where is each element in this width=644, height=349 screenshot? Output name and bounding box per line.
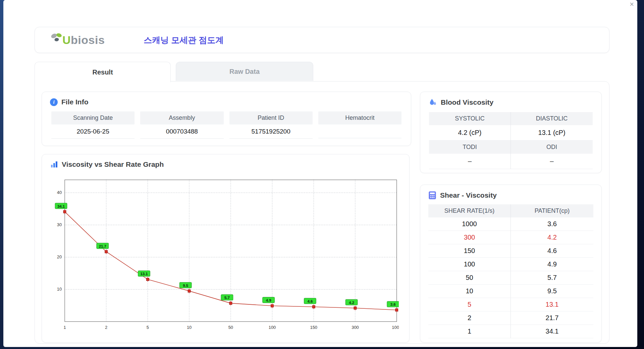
field-value: 000703488 bbox=[140, 124, 223, 139]
graph-card: Viscosity vs Shear Rate Graph 1020304012… bbox=[42, 154, 410, 343]
bv-value-systolic: 4.2 (cP) bbox=[429, 125, 511, 141]
cell-patient: 5.7 bbox=[511, 271, 593, 285]
header: Ubiosis 스캐닝 모세관 점도계 bbox=[35, 27, 609, 53]
page-title: 스캐닝 모세관 점도계 bbox=[144, 35, 224, 46]
bar-chart-icon bbox=[50, 160, 58, 168]
table-row: 2 21.7 bbox=[428, 311, 593, 325]
svg-text:1: 1 bbox=[63, 325, 66, 330]
viscosity-shear-chart: 102030401251050100150300100034.121.713.1… bbox=[49, 175, 399, 336]
cell-shear-rate: 5 bbox=[428, 298, 511, 311]
result-tab-panel: i File Info Scanning Date 2025-06-25 Ass… bbox=[35, 81, 609, 344]
svg-text:34.1: 34.1 bbox=[57, 204, 65, 208]
svg-text:5: 5 bbox=[147, 325, 149, 330]
svg-text:20: 20 bbox=[57, 254, 62, 259]
field-scanning-date: Scanning Date 2025-06-25 bbox=[51, 111, 135, 139]
field-patient-id: Patient ID 51751925200 bbox=[229, 111, 313, 139]
cell-shear-rate: 2 bbox=[428, 311, 511, 325]
graph-title: Viscosity vs Shear Rate Graph bbox=[50, 160, 409, 168]
cell-shear-rate: 100 bbox=[428, 258, 511, 271]
table-row: 5 13.1 bbox=[428, 298, 593, 311]
bv-header-todi: TODI bbox=[429, 141, 511, 154]
svg-text:30: 30 bbox=[57, 222, 62, 227]
file-info-fields: Scanning Date 2025-06-25 Assembly 000703… bbox=[51, 111, 401, 139]
table-row: 10 9.5 bbox=[428, 285, 593, 298]
field-value bbox=[318, 124, 401, 138]
logo-leaf-icon bbox=[50, 32, 64, 44]
column-header-patient: PATIENT(cp) bbox=[511, 204, 593, 217]
shear-viscosity-title: Shear - Viscosity bbox=[428, 191, 601, 200]
svg-text:4.2: 4.2 bbox=[349, 301, 354, 305]
svg-text:4.9: 4.9 bbox=[266, 298, 271, 302]
cell-patient: 13.1 bbox=[511, 298, 593, 311]
info-icon: i bbox=[50, 98, 58, 106]
app-window: × Ubiosis 스캐닝 모세관 점도계 Result Raw Data i … bbox=[3, 0, 637, 347]
cell-patient: 9.5 bbox=[511, 285, 593, 298]
svg-text:300: 300 bbox=[352, 325, 359, 330]
shear-viscosity-title-text: Shear - Viscosity bbox=[440, 191, 497, 199]
logo-text: Ubiosis bbox=[62, 34, 105, 47]
table-row: 50 5.7 bbox=[428, 271, 593, 285]
field-hematocrit: Hematocrit bbox=[318, 111, 401, 139]
cell-shear-rate: 1 bbox=[428, 325, 511, 338]
bv-header-diastolic: DIASTOLIC bbox=[511, 112, 593, 125]
bv-header-odi: ODI bbox=[511, 141, 593, 154]
blood-viscosity-title: Blood Viscosity bbox=[428, 98, 601, 107]
svg-text:40: 40 bbox=[57, 190, 62, 195]
cell-patient: 4.6 bbox=[511, 244, 593, 258]
blood-viscosity-title-text: Blood Viscosity bbox=[441, 98, 493, 106]
tab-raw-data[interactable]: Raw Data bbox=[176, 62, 313, 81]
table-row: 1000 3.6 bbox=[428, 217, 593, 231]
shear-viscosity-table: SHEAR RATE(1/s) PATIENT(cp) 1000 3.6 300… bbox=[428, 204, 593, 338]
cell-patient: 21.7 bbox=[511, 311, 593, 325]
svg-text:4.6: 4.6 bbox=[307, 299, 313, 303]
field-label: Scanning Date bbox=[51, 111, 135, 124]
tab-result[interactable]: Result bbox=[35, 62, 171, 82]
svg-text:10: 10 bbox=[187, 325, 192, 330]
svg-text:1000: 1000 bbox=[392, 325, 399, 330]
blood-viscosity-card: Blood Viscosity SYSTOLIC DIASTOLIC 4.2 (… bbox=[420, 92, 602, 173]
svg-text:10: 10 bbox=[57, 287, 62, 292]
svg-text:2: 2 bbox=[105, 325, 107, 330]
table-row: 100 4.9 bbox=[428, 258, 593, 271]
cell-shear-rate: 50 bbox=[428, 271, 511, 285]
table-row: 300 4.2 bbox=[428, 231, 593, 244]
cell-shear-rate: 150 bbox=[428, 244, 511, 258]
blood-viscosity-table: SYSTOLIC DIASTOLIC 4.2 (cP) 13.1 (cP) TO… bbox=[429, 112, 593, 169]
svg-text:50: 50 bbox=[228, 325, 233, 330]
bv-value-todi: – bbox=[429, 154, 511, 169]
close-icon[interactable]: × bbox=[630, 1, 634, 8]
file-info-title: i File Info bbox=[50, 98, 411, 106]
file-info-title-text: File Info bbox=[61, 98, 89, 106]
cell-shear-rate: 300 bbox=[428, 231, 511, 244]
column-header-shear-rate: SHEAR RATE(1/s) bbox=[428, 204, 511, 217]
svg-text:100: 100 bbox=[269, 325, 276, 330]
droplets-icon bbox=[428, 98, 437, 107]
bv-value-diastolic: 13.1 (cP) bbox=[511, 125, 593, 141]
ubiosis-logo: Ubiosis bbox=[50, 34, 105, 47]
bv-header-systolic: SYSTOLIC bbox=[429, 112, 511, 125]
svg-text:150: 150 bbox=[310, 325, 317, 330]
calculator-icon bbox=[428, 191, 436, 200]
cell-shear-rate: 10 bbox=[428, 285, 511, 298]
file-info-card: i File Info Scanning Date 2025-06-25 Ass… bbox=[42, 92, 411, 146]
table-header-row: SHEAR RATE(1/s) PATIENT(cp) bbox=[428, 204, 593, 217]
table-row: 1 34.1 bbox=[428, 325, 593, 338]
svg-text:13.1: 13.1 bbox=[140, 272, 148, 276]
field-value: 2025-06-25 bbox=[51, 124, 135, 139]
table-row: 150 4.6 bbox=[428, 244, 593, 258]
field-value: 51751925200 bbox=[229, 124, 313, 139]
shear-viscosity-card: Shear - Viscosity SHEAR RATE(1/s) PATIEN… bbox=[420, 185, 602, 343]
svg-text:21.7: 21.7 bbox=[99, 244, 106, 248]
bv-value-odi: – bbox=[511, 154, 593, 169]
field-label: Hematocrit bbox=[318, 111, 401, 124]
cell-patient: 3.6 bbox=[511, 217, 593, 231]
graph-title-text: Viscosity vs Shear Rate Graph bbox=[62, 160, 164, 168]
cell-patient: 4.9 bbox=[511, 258, 593, 271]
svg-text:5.7: 5.7 bbox=[224, 296, 230, 300]
field-label: Assembly bbox=[140, 111, 223, 124]
cell-patient: 4.2 bbox=[511, 231, 593, 244]
cell-shear-rate: 1000 bbox=[428, 217, 511, 231]
field-assembly: Assembly 000703488 bbox=[140, 111, 223, 139]
svg-text:9.5: 9.5 bbox=[183, 284, 188, 288]
svg-text:3.6: 3.6 bbox=[390, 302, 396, 306]
